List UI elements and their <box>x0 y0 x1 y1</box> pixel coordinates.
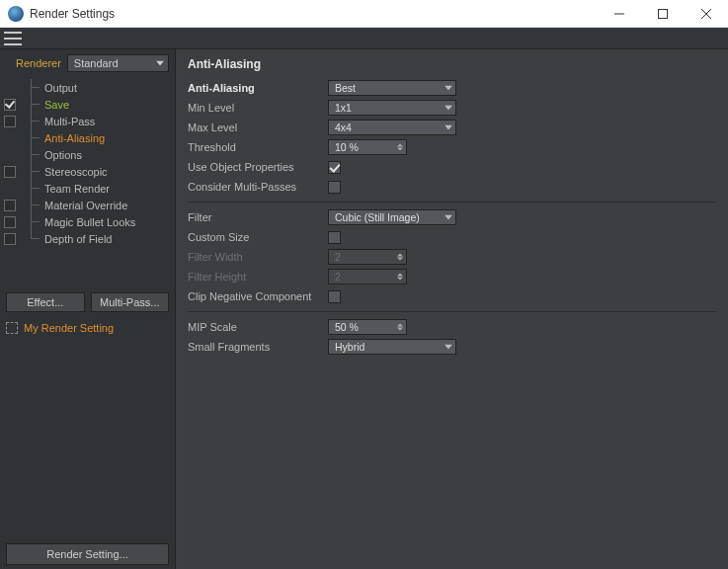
clip-neg-checkbox[interactable] <box>328 290 341 303</box>
renderer-label: Renderer <box>16 57 61 69</box>
min-level-label: Min Level <box>188 102 328 114</box>
sidebar: Renderer Standard Output Save Multi-Pass… <box>0 49 176 569</box>
checkbox-dof[interactable] <box>4 233 16 245</box>
app-icon <box>8 6 24 22</box>
checkbox-save[interactable] <box>4 99 16 111</box>
useobj-label: Use Object Properties <box>188 161 328 173</box>
mip-input[interactable]: 50 % <box>328 319 407 335</box>
tree-item-output[interactable]: Output <box>0 79 175 96</box>
max-level-dropdown[interactable]: 4x4 <box>328 120 456 135</box>
filter-label: Filter <box>188 211 328 223</box>
svg-marker-9 <box>445 345 452 350</box>
separator <box>188 202 716 203</box>
filter-height-input: 2 <box>328 269 407 284</box>
multipass-button[interactable]: Multi-Pass... <box>91 292 170 312</box>
spinner-icon <box>397 254 403 261</box>
mip-label: MIP Scale <box>188 321 328 333</box>
maximize-button[interactable] <box>641 0 685 28</box>
consider-label: Consider Multi-Passes <box>188 181 328 193</box>
chevron-down-icon <box>445 106 452 111</box>
useobj-checkbox[interactable] <box>328 161 341 174</box>
svg-marker-8 <box>445 215 452 220</box>
chevron-down-icon <box>445 345 452 350</box>
tree-item-options[interactable]: Options <box>0 146 175 163</box>
window-title: Render Settings <box>30 7 598 21</box>
svg-marker-6 <box>445 106 452 111</box>
renderer-dropdown[interactable]: Standard <box>67 54 169 72</box>
checkbox-matoverride[interactable] <box>4 200 16 211</box>
tree-item-dof[interactable]: Depth of Field <box>0 230 175 247</box>
chevron-down-icon <box>156 61 164 66</box>
tree-item-stereoscopic[interactable]: Stereoscopic <box>0 163 175 180</box>
renderer-value: Standard <box>74 57 119 69</box>
checkbox-stereo[interactable] <box>4 166 16 178</box>
svg-marker-5 <box>445 86 452 91</box>
filter-width-input: 2 <box>328 249 407 265</box>
tree-item-magic-bullet[interactable]: Magic Bullet Looks <box>0 213 175 230</box>
small-frag-dropdown[interactable]: Hybrid <box>328 339 456 355</box>
chevron-down-icon <box>445 86 452 91</box>
close-button[interactable] <box>685 0 728 28</box>
menu-icon[interactable] <box>4 32 22 45</box>
separator <box>188 311 716 312</box>
filter-width-label: Filter Width <box>188 251 328 263</box>
preset-row[interactable]: My Render Setting <box>0 316 175 340</box>
tree-item-teamrender[interactable]: Team Render <box>0 180 175 197</box>
spinner-icon[interactable] <box>397 144 403 151</box>
threshold-input[interactable]: 10 % <box>328 139 407 155</box>
settings-tree: Output Save Multi-Pass Anti-Aliasing Opt… <box>0 77 175 288</box>
filter-dropdown[interactable]: Cubic (Still Image) <box>328 209 456 225</box>
custom-size-checkbox[interactable] <box>328 231 341 244</box>
preset-name: My Render Setting <box>24 322 114 334</box>
properties-panel: Anti-Aliasing Anti-Aliasing Best Min Lev… <box>176 49 728 569</box>
titlebar: Render Settings <box>0 0 728 28</box>
chevron-down-icon <box>445 215 452 220</box>
custom-size-label: Custom Size <box>188 231 328 243</box>
threshold-label: Threshold <box>188 141 328 153</box>
checkbox-multipass[interactable] <box>4 116 16 127</box>
min-level-dropdown[interactable]: 1x1 <box>328 100 456 116</box>
chevron-down-icon <box>445 125 452 130</box>
minimize-button[interactable] <box>598 0 641 28</box>
tree-item-material-override[interactable]: Material Override <box>0 197 175 213</box>
max-level-label: Max Level <box>188 122 328 133</box>
svg-marker-7 <box>445 125 452 130</box>
panel-title: Anti-Aliasing <box>188 57 716 71</box>
tree-item-multipass[interactable]: Multi-Pass <box>0 113 175 129</box>
checkbox-magicbullet[interactable] <box>4 216 16 228</box>
preset-icon <box>6 322 18 334</box>
svg-rect-1 <box>659 9 668 18</box>
aa-label: Anti-Aliasing <box>188 82 328 94</box>
tree-item-save[interactable]: Save <box>0 96 175 113</box>
filter-height-label: Filter Height <box>188 271 328 283</box>
svg-marker-4 <box>156 61 164 66</box>
render-setting-button[interactable]: Render Setting... <box>6 543 169 565</box>
consider-checkbox[interactable] <box>328 181 341 194</box>
spinner-icon[interactable] <box>397 324 403 331</box>
aa-dropdown[interactable]: Best <box>328 80 456 96</box>
clip-neg-label: Clip Negative Component <box>188 290 328 302</box>
spinner-icon <box>397 274 403 281</box>
menubar <box>0 28 728 49</box>
effect-button[interactable]: Effect... <box>6 292 85 312</box>
tree-item-antialiasing[interactable]: Anti-Aliasing <box>0 129 175 146</box>
small-frag-label: Small Fragments <box>188 341 328 353</box>
